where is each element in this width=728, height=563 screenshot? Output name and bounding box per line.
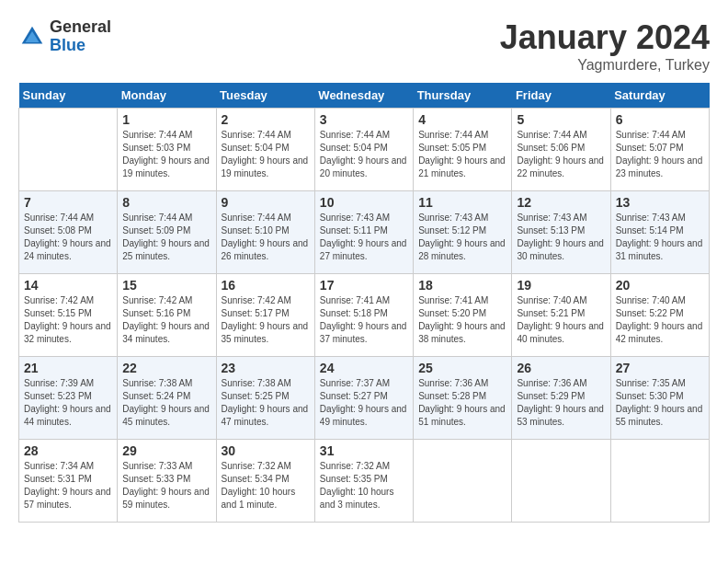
calendar-cell — [19, 109, 118, 191]
calendar-cell: 24Sunrise: 7:37 AM Sunset: 5:27 PM Dayli… — [314, 357, 413, 440]
day-info: Sunrise: 7:43 AM Sunset: 5:13 PM Dayligh… — [517, 212, 605, 263]
day-info: Sunrise: 7:42 AM Sunset: 5:17 PM Dayligh… — [222, 294, 310, 346]
calendar-cell: 14Sunrise: 7:42 AM Sunset: 5:15 PM Dayli… — [19, 274, 118, 357]
calendar-cell: 5Sunrise: 7:44 AM Sunset: 5:06 PM Daylig… — [512, 109, 610, 191]
day-number: 23 — [222, 361, 310, 375]
day-number: 1 — [122, 112, 210, 127]
calendar-cell: 13Sunrise: 7:43 AM Sunset: 5:14 PM Dayli… — [610, 191, 709, 274]
calendar-cell: 10Sunrise: 7:43 AM Sunset: 5:11 PM Dayli… — [314, 191, 413, 274]
day-number: 18 — [418, 278, 506, 293]
day-info: Sunrise: 7:38 AM Sunset: 5:24 PM Dayligh… — [122, 377, 210, 429]
day-number: 11 — [418, 195, 506, 210]
day-info: Sunrise: 7:41 AM Sunset: 5:18 PM Dayligh… — [320, 294, 408, 346]
calendar-cell: 21Sunrise: 7:39 AM Sunset: 5:23 PM Dayli… — [19, 357, 118, 440]
calendar-cell: 28Sunrise: 7:34 AM Sunset: 5:31 PM Dayli… — [19, 440, 118, 523]
day-number: 28 — [24, 443, 112, 458]
week-row-4: 28Sunrise: 7:34 AM Sunset: 5:31 PM Dayli… — [19, 440, 710, 523]
title-block: January 2024 Yagmurdere, Turkey — [500, 18, 710, 74]
day-info: Sunrise: 7:34 AM Sunset: 5:31 PM Dayligh… — [24, 460, 112, 511]
day-number: 9 — [222, 195, 310, 210]
calendar-cell: 26Sunrise: 7:36 AM Sunset: 5:29 PM Dayli… — [512, 357, 610, 440]
day-number: 8 — [122, 195, 210, 210]
day-info: Sunrise: 7:37 AM Sunset: 5:27 PM Dayligh… — [320, 377, 408, 429]
day-info: Sunrise: 7:32 AM Sunset: 5:34 PM Dayligh… — [222, 460, 310, 511]
header-sunday: Sunday — [19, 83, 118, 109]
calendar-table: SundayMondayTuesdayWednesdayThursdayFrid… — [18, 83, 710, 523]
calendar-cell: 11Sunrise: 7:43 AM Sunset: 5:12 PM Dayli… — [414, 191, 512, 274]
day-number: 4 — [418, 112, 506, 127]
month-title: January 2024 — [500, 18, 710, 57]
day-info: Sunrise: 7:33 AM Sunset: 5:33 PM Dayligh… — [122, 460, 210, 511]
calendar-cell: 16Sunrise: 7:42 AM Sunset: 5:17 PM Dayli… — [216, 274, 314, 357]
day-info: Sunrise: 7:39 AM Sunset: 5:23 PM Dayligh… — [24, 377, 112, 429]
day-number: 20 — [616, 278, 704, 293]
day-info: Sunrise: 7:43 AM Sunset: 5:14 PM Dayligh… — [616, 212, 704, 263]
calendar-cell — [512, 440, 610, 523]
day-info: Sunrise: 7:44 AM Sunset: 5:07 PM Dayligh… — [616, 129, 704, 180]
calendar-cell: 8Sunrise: 7:44 AM Sunset: 5:09 PM Daylig… — [118, 191, 216, 274]
calendar-cell: 22Sunrise: 7:38 AM Sunset: 5:24 PM Dayli… — [118, 357, 216, 440]
day-number: 22 — [122, 361, 210, 375]
day-number: 25 — [418, 361, 506, 375]
logo: General Blue — [18, 18, 111, 55]
calendar-cell: 30Sunrise: 7:32 AM Sunset: 5:34 PM Dayli… — [216, 440, 314, 523]
day-number: 15 — [122, 278, 210, 293]
calendar-body: 1Sunrise: 7:44 AM Sunset: 5:03 PM Daylig… — [19, 109, 710, 523]
day-info: Sunrise: 7:40 AM Sunset: 5:22 PM Dayligh… — [616, 294, 704, 346]
day-info: Sunrise: 7:43 AM Sunset: 5:11 PM Dayligh… — [320, 212, 408, 263]
day-number: 26 — [517, 361, 605, 375]
day-number: 21 — [24, 361, 112, 375]
day-info: Sunrise: 7:44 AM Sunset: 5:06 PM Dayligh… — [517, 129, 605, 180]
day-number: 7 — [24, 195, 112, 210]
day-number: 2 — [222, 112, 310, 127]
day-info: Sunrise: 7:35 AM Sunset: 5:30 PM Dayligh… — [616, 377, 704, 429]
calendar-header-row: SundayMondayTuesdayWednesdayThursdayFrid… — [19, 83, 710, 109]
calendar-cell — [610, 440, 709, 523]
page-header: General Blue January 2024 Yagmurdere, Tu… — [18, 18, 710, 74]
day-number: 27 — [616, 361, 704, 375]
day-info: Sunrise: 7:38 AM Sunset: 5:25 PM Dayligh… — [222, 377, 310, 429]
day-number: 29 — [122, 443, 210, 458]
calendar-cell: 12Sunrise: 7:43 AM Sunset: 5:13 PM Dayli… — [512, 191, 610, 274]
calendar-cell: 19Sunrise: 7:40 AM Sunset: 5:21 PM Dayli… — [512, 274, 610, 357]
calendar-cell: 2Sunrise: 7:44 AM Sunset: 5:04 PM Daylig… — [216, 109, 314, 191]
calendar-cell: 20Sunrise: 7:40 AM Sunset: 5:22 PM Dayli… — [610, 274, 709, 357]
day-number: 16 — [222, 278, 310, 293]
day-info: Sunrise: 7:42 AM Sunset: 5:15 PM Dayligh… — [24, 294, 112, 346]
week-row-0: 1Sunrise: 7:44 AM Sunset: 5:03 PM Daylig… — [19, 109, 710, 191]
calendar-cell: 31Sunrise: 7:32 AM Sunset: 5:35 PM Dayli… — [314, 440, 413, 523]
logo-general-text: General — [50, 18, 111, 37]
calendar-cell: 17Sunrise: 7:41 AM Sunset: 5:18 PM Dayli… — [314, 274, 413, 357]
day-number: 19 — [517, 278, 605, 293]
calendar-cell: 3Sunrise: 7:44 AM Sunset: 5:04 PM Daylig… — [314, 109, 413, 191]
day-info: Sunrise: 7:36 AM Sunset: 5:28 PM Dayligh… — [418, 377, 506, 429]
week-row-3: 21Sunrise: 7:39 AM Sunset: 5:23 PM Dayli… — [19, 357, 710, 440]
header-wednesday: Wednesday — [314, 83, 413, 109]
day-number: 24 — [320, 361, 408, 375]
day-info: Sunrise: 7:44 AM Sunset: 5:09 PM Dayligh… — [122, 212, 210, 263]
day-info: Sunrise: 7:44 AM Sunset: 5:08 PM Dayligh… — [24, 212, 112, 263]
day-number: 12 — [517, 195, 605, 210]
header-thursday: Thursday — [414, 83, 512, 109]
day-info: Sunrise: 7:44 AM Sunset: 5:03 PM Dayligh… — [122, 129, 210, 180]
calendar-cell: 23Sunrise: 7:38 AM Sunset: 5:25 PM Dayli… — [216, 357, 314, 440]
day-number: 31 — [320, 443, 408, 458]
day-number: 3 — [320, 112, 408, 127]
calendar-cell: 18Sunrise: 7:41 AM Sunset: 5:20 PM Dayli… — [414, 274, 512, 357]
calendar-cell: 6Sunrise: 7:44 AM Sunset: 5:07 PM Daylig… — [610, 109, 709, 191]
calendar-cell: 15Sunrise: 7:42 AM Sunset: 5:16 PM Dayli… — [118, 274, 216, 357]
header-tuesday: Tuesday — [216, 83, 314, 109]
day-info: Sunrise: 7:42 AM Sunset: 5:16 PM Dayligh… — [122, 294, 210, 346]
day-info: Sunrise: 7:36 AM Sunset: 5:29 PM Dayligh… — [517, 377, 605, 429]
logo-icon — [18, 23, 46, 51]
calendar-cell: 4Sunrise: 7:44 AM Sunset: 5:05 PM Daylig… — [414, 109, 512, 191]
location-title: Yagmurdere, Turkey — [500, 57, 710, 74]
week-row-1: 7Sunrise: 7:44 AM Sunset: 5:08 PM Daylig… — [19, 191, 710, 274]
day-info: Sunrise: 7:40 AM Sunset: 5:21 PM Dayligh… — [517, 294, 605, 346]
logo-blue-text: Blue — [50, 37, 111, 55]
week-row-2: 14Sunrise: 7:42 AM Sunset: 5:15 PM Dayli… — [19, 274, 710, 357]
header-monday: Monday — [118, 83, 216, 109]
day-number: 17 — [320, 278, 408, 293]
day-number: 13 — [616, 195, 704, 210]
day-info: Sunrise: 7:44 AM Sunset: 5:04 PM Dayligh… — [320, 129, 408, 180]
